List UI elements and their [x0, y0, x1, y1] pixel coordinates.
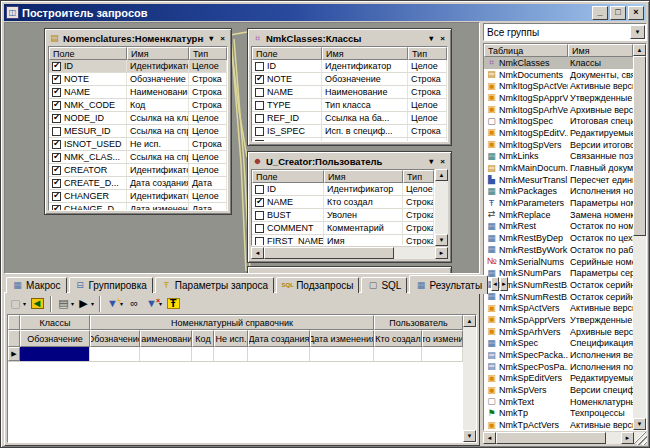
results-column-header[interactable]: Дата изменения	[310, 330, 374, 347]
results-cell[interactable]	[192, 347, 214, 361]
field-row[interactable]: IS_SPECИсп. в специф...Строка	[252, 125, 447, 138]
tables-list-vscrollbar[interactable]: ▲ ▼	[633, 44, 646, 430]
field-row[interactable]: ✔NMK_CODEКодСтрока	[49, 99, 227, 112]
results-column-header[interactable]: Кто создал	[374, 330, 422, 347]
results-cell[interactable]	[140, 347, 192, 361]
table-list-item[interactable]: ▣NmkSpApprVersУтвержденные ве...	[484, 314, 633, 326]
field-checkbox[interactable]: ✔	[52, 62, 61, 71]
scroll-up-icon[interactable]: ▲	[435, 169, 448, 181]
field-row[interactable]: ✔CREATE_D...Дата созданияДата	[49, 177, 227, 190]
table-list-item[interactable]: ▤NmkSpecPosPa...Исполнения пози...	[484, 361, 633, 373]
table-window-titlebar[interactable]: ▤Nomenclatures:Номенклатурный справочник…	[48, 32, 228, 45]
window-titlebar[interactable]: ◫ Построитель запросов _ □ ×	[4, 4, 646, 21]
minimize-button[interactable]: _	[592, 6, 608, 20]
field-checkbox[interactable]	[255, 140, 264, 143]
field-checkbox[interactable]	[255, 127, 264, 136]
field-checkbox[interactable]: ✔	[52, 88, 61, 97]
table-list-item[interactable]: ▣NmkItogSpActVersАктивные версии	[484, 80, 633, 92]
results-cell[interactable]	[310, 347, 374, 361]
table-list-item[interactable]: ▣NmkItogSpVersВерсии итоговой ...	[484, 139, 633, 151]
query-params-button[interactable]: Ŧ	[164, 295, 182, 313]
field-checkbox[interactable]: ✔	[255, 198, 264, 207]
field-row[interactable]: FIRST_NAMEИмяСтрока	[252, 235, 434, 246]
field-column-header[interactable]: Имя	[322, 47, 408, 60]
field-row[interactable]: ✔NOTEОбозначениеСтрока	[252, 73, 447, 86]
field-checkbox[interactable]	[255, 185, 264, 194]
results-column-header[interactable]: Обозначение	[20, 330, 90, 347]
window-menu-button[interactable]: ▾	[427, 158, 435, 166]
close-icon[interactable]: ×	[218, 35, 227, 43]
exit-button[interactable]: ◄	[28, 295, 46, 313]
field-row[interactable]: ✔CHANGE_D...Дата изменен...Дата	[49, 203, 227, 211]
field-checkbox[interactable]	[255, 101, 264, 110]
field-column-header[interactable]: Поле	[252, 47, 322, 60]
field-column-header[interactable]: Тип	[403, 170, 434, 183]
scroll-right-icon[interactable]: ►	[621, 432, 634, 444]
results-cell[interactable]	[374, 347, 422, 361]
tab-rezultaty[interactable]: ▦Результаты	[409, 275, 488, 294]
results-vscrollbar[interactable]: ▲ ▼	[463, 315, 476, 442]
field-checkbox[interactable]	[255, 114, 264, 123]
table-list-item[interactable]: ▣NmkItogSpArhVersАрхивные версии	[484, 104, 633, 116]
table-list-item[interactable]: ▣NmkSpEditVersРедактируемые в...	[484, 373, 633, 385]
dropdown-arrow-icon[interactable]: ▾	[23, 300, 26, 307]
results-column-header[interactable]: Наименование	[140, 330, 192, 347]
scroll-up-icon[interactable]: ▲	[463, 315, 476, 327]
tab-makros[interactable]: ▦Макрос	[6, 277, 67, 293]
scrollbar-thumb[interactable]	[633, 56, 646, 236]
new-query-button[interactable]: ▢▾	[8, 295, 27, 313]
group-filter-combobox[interactable]: Все группы ▼	[483, 23, 647, 41]
table-list-item[interactable]: ⌗NmkClassesКлассы	[484, 57, 633, 69]
table-window-titlebar[interactable]: ⌗NmkClasses:Классы▾×	[251, 32, 448, 45]
field-row[interactable]: IS_TECHNOИсп. в техпро...Строка	[252, 138, 447, 142]
window-vscrollbar[interactable]: ▲▼	[435, 169, 448, 246]
field-row[interactable]: BUSTУволенСтрока	[252, 209, 434, 222]
table-list-item[interactable]: ▦NmkPackagesИсполнения номе...	[484, 186, 633, 198]
table-list-item[interactable]: ⚑NmkTpТехпроцессы	[484, 408, 633, 420]
field-checkbox[interactable]	[255, 224, 264, 233]
field-checkbox[interactable]: ✔	[52, 179, 61, 188]
column-header-table[interactable]: Таблица	[484, 44, 568, 57]
close-button[interactable]: ×	[628, 6, 644, 20]
field-row[interactable]: ✔NOTEОбозначениеСтрока	[49, 73, 227, 86]
tab-scroll-left-icon[interactable]: ◄	[491, 277, 499, 291]
field-row[interactable]: NAMEНаименованиеСтрока	[252, 86, 447, 99]
scroll-right-icon[interactable]: ►	[435, 247, 448, 259]
field-row[interactable]: ✔CHANGERИдентификато...Целое	[49, 190, 227, 203]
table-window-titlebar[interactable]: ☻U_Creator:Пользователь▾×	[251, 155, 448, 168]
table-list-item[interactable]: ▣NmkSpVersВерсии специфик...	[484, 384, 633, 396]
results-column-header[interactable]: Код	[192, 330, 214, 347]
tab-scroll-right-icon[interactable]: ►	[500, 277, 508, 291]
dropdown-arrow-icon[interactable]: ▾	[71, 300, 74, 307]
table-list-item[interactable]: ▦NmkLinksСвязанные позиц...	[484, 151, 633, 163]
field-row[interactable]: MESUR_IDСсылка на спр...Целое	[49, 125, 227, 138]
table-list-item[interactable]: ▣NmkSpActVersАктивные версии	[484, 302, 633, 314]
table-list-item[interactable]: ▦NmkRestОстаток по номен...	[484, 221, 633, 233]
field-checkbox[interactable]	[255, 62, 264, 71]
tab-sql[interactable]: ▢SQL	[361, 277, 407, 293]
field-checkbox[interactable]: ✔	[52, 192, 61, 201]
tables-list-hscrollbar[interactable]: ◄ ►	[483, 432, 647, 444]
filter-button[interactable]: ▼ϟ▾	[105, 295, 124, 313]
field-row[interactable]: ✔NMK_CLAS...Ссылка на спр...Целое	[49, 151, 227, 164]
field-column-header[interactable]: Тип	[189, 47, 227, 60]
field-checkbox[interactable]: ✔	[52, 166, 61, 175]
field-row[interactable]: ✔NAMEНаименованиеСтрока	[49, 86, 227, 99]
table-list-item[interactable]: ŦNmkParametersПараметры номе...	[484, 197, 633, 209]
table-list-item[interactable]: ⇄NmkReplaceЗамена номенкла...	[484, 209, 633, 221]
field-column-header[interactable]: Поле	[49, 47, 127, 60]
table-list-item[interactable]: ▣NmkItogSpEditV...Редактируемые в...	[484, 127, 633, 139]
field-row[interactable]: ✔ISNOT_USEDНе исп.Строка	[49, 138, 227, 151]
results-cell[interactable]	[422, 347, 463, 361]
results-cell[interactable]	[20, 347, 90, 361]
table-list-item[interactable]: ▦NmkSNumRestB...Остаток серийног...	[484, 291, 633, 303]
scroll-left-icon[interactable]: ◄	[483, 432, 496, 444]
results-cell[interactable]	[90, 347, 140, 361]
window-menu-button[interactable]: ▾	[427, 35, 435, 43]
table-list-item[interactable]: ▤NmkSpecPacka...Исполнения верс...	[484, 349, 633, 361]
chevron-down-icon[interactable]: ▼	[630, 25, 645, 39]
close-icon[interactable]: ×	[438, 158, 447, 166]
table-list-item[interactable]: ▙NmkMesurTransl...Пересчет единиц ...	[484, 174, 633, 186]
results-column-header[interactable]: Не исп.	[214, 330, 248, 347]
results-column-header[interactable]: Дата создания	[248, 330, 310, 347]
